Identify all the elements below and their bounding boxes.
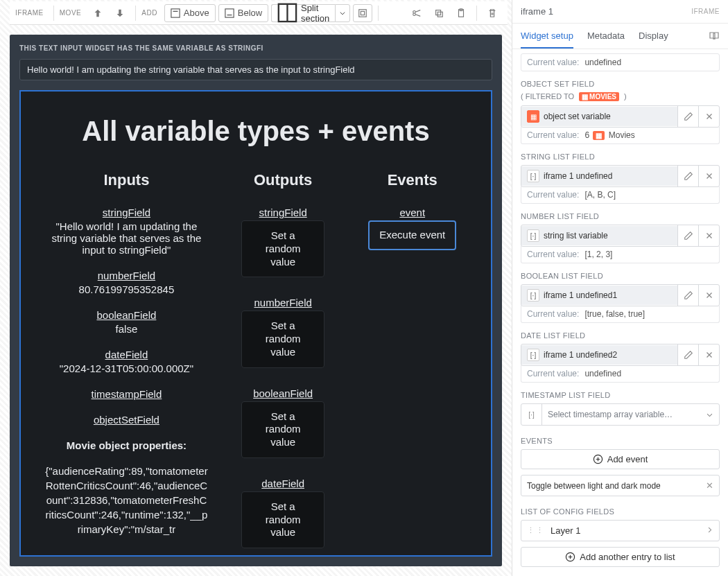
expand-button[interactable] xyxy=(353,4,372,22)
edit-button[interactable] xyxy=(677,166,698,186)
cv-value-0: undefined xyxy=(584,58,621,67)
movies-chip: ▦ MOVIES xyxy=(579,92,619,101)
number-list-label: NUMBER LIST FIELD xyxy=(521,212,720,220)
objectsetfield-label: objectSetField xyxy=(45,414,208,426)
boolean-list-var-row: [·]iframe 1 undefined1 xyxy=(521,284,720,306)
brackets-icon: [·] xyxy=(527,229,539,242)
add-above-icon xyxy=(171,8,180,18)
object-set-variable-row: ▦ object set variable xyxy=(521,105,720,128)
panel-badge: IFRAME xyxy=(691,8,720,15)
split-icon xyxy=(277,3,297,23)
copy-button[interactable] xyxy=(429,4,449,22)
booleanfield-value: false xyxy=(45,323,208,335)
paste-button[interactable] xyxy=(451,4,471,22)
movie-json: {"audienceRating":89,"tomatometerRottenC… xyxy=(45,464,208,536)
canvas-area: THIS TEXT INPUT WIDGET HAS THE SAME VARI… xyxy=(10,35,502,566)
add-label: ADD xyxy=(141,9,157,17)
cut-button[interactable] xyxy=(407,4,426,22)
numberfield-label: numberField xyxy=(45,270,208,281)
remove-button[interactable] xyxy=(698,285,719,306)
movie-props-heading: Movie object properties: xyxy=(45,439,208,451)
chevron-down-icon[interactable] xyxy=(335,4,350,22)
add-event-button[interactable]: Add event xyxy=(521,449,720,469)
plus-circle-icon xyxy=(565,552,575,562)
date-list-label: DATE LIST FIELD xyxy=(521,331,720,340)
remove-button[interactable] xyxy=(698,225,719,246)
set-random-boolean-button[interactable]: Set a random value xyxy=(241,401,324,458)
delete-button[interactable] xyxy=(483,4,502,22)
add-entry-button[interactable]: Add another entry to list xyxy=(521,547,720,567)
datefield-value: "2024-12-31T05:00:00.000Z" xyxy=(45,363,208,374)
brackets-icon: [·] xyxy=(527,170,539,182)
edit-button[interactable] xyxy=(677,285,698,306)
add-below-button[interactable]: Below xyxy=(218,4,268,22)
remove-button[interactable] xyxy=(698,166,719,186)
movies-chip-small: ▦ xyxy=(593,131,605,140)
close-icon xyxy=(704,112,714,121)
out-stringfield-label: stringField xyxy=(229,207,338,218)
execute-event-button[interactable]: Execute event xyxy=(368,220,456,250)
move-up-button[interactable] xyxy=(88,4,107,22)
layer-row[interactable]: ⋮⋮ Layer 1 xyxy=(521,520,720,541)
timestampfield-label: timestampField xyxy=(45,388,208,400)
events-section-label: EVENTS xyxy=(521,437,720,445)
remove-button[interactable] xyxy=(698,106,719,127)
cv-label: Current value: xyxy=(527,58,579,67)
move-down-button[interactable] xyxy=(110,4,130,22)
clipboard-icon xyxy=(456,8,466,18)
toolbar: IFRAME MOVE ADD Above Below Split sectio… xyxy=(10,1,508,25)
tab-widget-setup[interactable]: Widget setup xyxy=(521,24,573,49)
iframe-preview[interactable]: All variable types + events Inputs strin… xyxy=(19,90,492,557)
brackets-icon: [·] xyxy=(527,289,539,302)
stringfield-value: "Hello world! I am updating the string v… xyxy=(45,220,208,256)
plus-circle-icon xyxy=(593,454,603,464)
edit-button[interactable] xyxy=(677,344,698,365)
event-item[interactable]: Toggle between light and dark mode ✕ xyxy=(521,475,720,496)
preview-title: All variable types + events xyxy=(45,116,467,147)
number-list-var-row: [·]string list variable xyxy=(521,225,720,247)
edit-button[interactable] xyxy=(677,225,698,246)
set-random-number-button[interactable]: Set a random value xyxy=(241,311,324,367)
svg-rect-0 xyxy=(171,8,180,17)
date-list-var-row: [·]iframe 1 undefined2 xyxy=(521,344,720,366)
edit-button[interactable] xyxy=(677,106,698,127)
object-set-var-name: object set variable xyxy=(544,112,611,121)
drag-handle-icon[interactable]: ⋮⋮ xyxy=(527,526,545,535)
svg-rect-6 xyxy=(359,9,367,17)
grid-icon: ▦ xyxy=(527,110,539,123)
events-heading: Events xyxy=(358,171,467,189)
add-above-button[interactable]: Above xyxy=(164,4,216,22)
outputs-heading: Outputs xyxy=(229,171,338,189)
object-set-label: OBJECT SET FIELD xyxy=(521,80,720,88)
out-numberfield-label: numberField xyxy=(229,297,338,308)
canvas-header: THIS TEXT INPUT WIDGET HAS THE SAME VARI… xyxy=(10,35,502,59)
set-random-date-button[interactable]: Set a random value xyxy=(241,491,324,548)
tab-metadata[interactable]: Metadata xyxy=(587,24,625,49)
svg-rect-7 xyxy=(361,11,365,15)
boolean-list-label: BOOLEAN LIST FIELD xyxy=(521,272,720,280)
iframe-label: IFRAME xyxy=(15,9,44,17)
set-random-string-button[interactable]: Set a random value xyxy=(241,220,324,277)
scissors-icon xyxy=(412,8,422,18)
brackets-icon: [·] xyxy=(521,404,542,425)
config-section-label: LIST OF CONFIG FIELDS xyxy=(521,507,720,516)
remove-button[interactable] xyxy=(698,344,719,365)
datefield-label: dateField xyxy=(45,349,208,360)
remove-event-button[interactable]: ✕ xyxy=(706,480,713,491)
inputs-heading: Inputs xyxy=(45,171,208,189)
panel-title: iframe 1 xyxy=(521,6,691,17)
tab-display[interactable]: Display xyxy=(639,24,668,49)
string-list-var-row: [·]iframe 1 undefined xyxy=(521,165,720,187)
event-label: event xyxy=(358,207,467,218)
string-list-label: STRING LIST FIELD xyxy=(521,152,720,161)
svg-rect-9 xyxy=(437,12,442,17)
stringfield-label: stringField xyxy=(45,207,208,218)
string-variable-input[interactable]: Hello world! I am updating the string va… xyxy=(19,59,492,80)
split-section-button[interactable]: Split section xyxy=(271,4,350,22)
book-icon[interactable] xyxy=(709,30,720,42)
move-label: MOVE xyxy=(60,9,81,17)
expand-icon xyxy=(358,8,367,18)
timestamp-select[interactable]: [·] Select timestamp array variable… xyxy=(521,403,720,426)
object-set-filter: ( FILTERED TO ▦ MOVIES ) xyxy=(521,92,720,101)
arrow-down-icon xyxy=(115,8,125,18)
